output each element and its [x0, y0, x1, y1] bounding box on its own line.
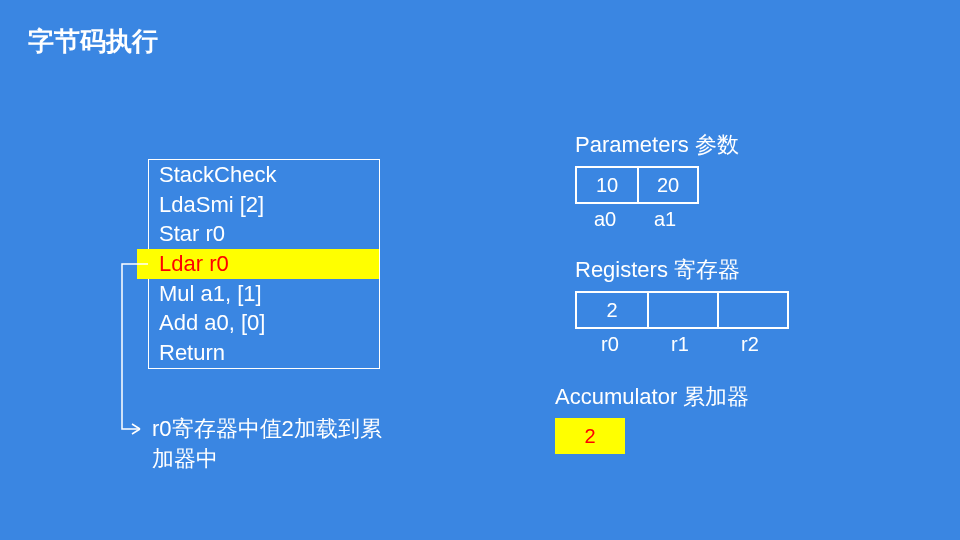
state-panel: Parameters 参数 10 20 a0 a1 Registers 寄存器 … [555, 130, 905, 454]
page-title: 字节码执行 [28, 24, 158, 59]
register-cell: 2 [577, 293, 647, 327]
register-cell [717, 293, 787, 327]
register-label: r2 [715, 333, 785, 356]
bytecode-line: Mul a1, [1] [149, 279, 379, 309]
register-label: r1 [645, 333, 715, 356]
bytecode-listing: StackCheck LdaSmi [2] Star r0 Ldar r0 Mu… [148, 159, 380, 369]
accumulator-title: Accumulator 累加器 [555, 382, 905, 412]
registers-block: Registers 寄存器 2 r0 r1 r2 [555, 255, 905, 356]
bytecode-line: LdaSmi [2] [149, 190, 379, 220]
bytecode-line: Return [149, 338, 379, 368]
parameters-title: Parameters 参数 [575, 130, 905, 160]
param-cell: 20 [637, 168, 697, 202]
param-label: a1 [635, 208, 695, 231]
step-caption: r0寄存器中值2加载到累加器中 [152, 414, 402, 473]
register-cell [647, 293, 717, 327]
registers-title: Registers 寄存器 [575, 255, 905, 285]
param-cell: 10 [577, 168, 637, 202]
accumulator-block: Accumulator 累加器 2 [555, 382, 905, 454]
bytecode-line: Add a0, [0] [149, 308, 379, 338]
parameters-block: Parameters 参数 10 20 a0 a1 [555, 130, 905, 231]
bytecode-line: Star r0 [149, 219, 379, 249]
registers-cells: 2 [575, 291, 789, 329]
bytecode-line-current: Ldar r0 [137, 249, 379, 279]
parameters-labels: a0 a1 [575, 208, 905, 231]
registers-labels: r0 r1 r2 [575, 333, 905, 356]
param-label: a0 [575, 208, 635, 231]
parameters-cells: 10 20 [575, 166, 699, 204]
register-label: r0 [575, 333, 645, 356]
accumulator-cell: 2 [555, 418, 625, 454]
bytecode-line: StackCheck [149, 160, 379, 190]
